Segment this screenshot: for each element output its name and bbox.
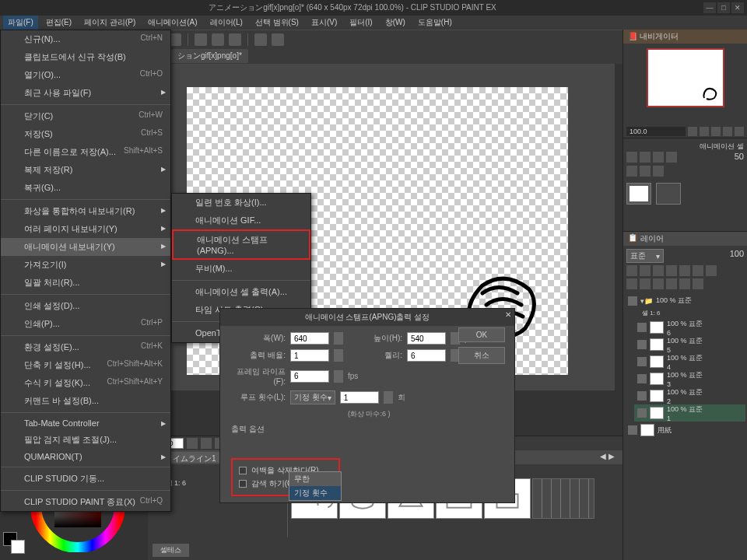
- navigator-thumbnail[interactable]: [647, 48, 724, 107]
- menu-file[interactable]: 파일(F): [3, 16, 38, 30]
- layer-row[interactable]: 100 % 표준4: [634, 353, 745, 370]
- scale-input[interactable]: [290, 349, 329, 362]
- width-input[interactable]: [290, 332, 329, 345]
- menu-edit[interactable]: 편집(E): [41, 16, 76, 30]
- sub-serial[interactable]: 일련 번호 화상(I)...: [172, 194, 310, 212]
- menu-import[interactable]: 가져오기(I): [1, 256, 170, 274]
- loop-count-input[interactable]: [340, 391, 379, 404]
- layer-row[interactable]: 100 % 표준2: [634, 387, 745, 404]
- cel-empty[interactable]: [656, 183, 681, 205]
- loop-opt-fixed[interactable]: 기정 횟수: [289, 486, 341, 500]
- sub-cel[interactable]: 애니메이션 셀 출력(A)...: [172, 283, 310, 301]
- menu-filter[interactable]: 필터(I): [345, 16, 377, 30]
- sub-movie[interactable]: 무비(M)...: [172, 260, 310, 278]
- menu-export-merge[interactable]: 화상을 통합하여 내보내기(R): [1, 202, 170, 220]
- tl-first-icon[interactable]: [187, 438, 198, 449]
- tool-grid-icon[interactable]: [229, 33, 241, 46]
- layer-row[interactable]: 100 % 표준5: [634, 336, 745, 353]
- layer-row[interactable]: 100 % 표준6: [634, 319, 745, 336]
- framerate-spinner[interactable]: [334, 370, 343, 383]
- layer-icon[interactable]: [693, 278, 703, 289]
- tl-prev-icon[interactable]: [201, 438, 212, 449]
- layer-icon[interactable]: [706, 265, 717, 276]
- menu-batch[interactable]: 일괄 처리(R)...: [1, 274, 170, 292]
- menu-exit[interactable]: CLIP STUDIO PAINT 종료(X)Ctrl+Q: [1, 493, 170, 511]
- loop-opt-infinite[interactable]: 무한: [289, 472, 341, 486]
- maximize-button[interactable]: □: [717, 2, 730, 13]
- anim-tool-icon[interactable]: [626, 152, 637, 163]
- layer-row[interactable]: 100 % 표준3: [634, 370, 745, 387]
- menu-tabmate[interactable]: Tab-Mate Controller: [1, 415, 170, 431]
- menu-close[interactable]: 닫기(C)Ctrl+W: [1, 107, 170, 125]
- ok-button[interactable]: OK: [458, 327, 505, 342]
- anim-icon[interactable]: [640, 166, 651, 177]
- layer-icon[interactable]: [679, 265, 690, 276]
- cel-thumbnail[interactable]: [626, 183, 651, 205]
- zoom-fit-icon[interactable]: [711, 127, 721, 136]
- sub-gif[interactable]: 애니메이션 GIF...: [172, 212, 310, 229]
- zoom-out-icon[interactable]: [688, 127, 697, 136]
- layer-icon[interactable]: [653, 278, 664, 289]
- width-spinner[interactable]: [334, 332, 343, 345]
- anim-tool-icon[interactable]: [666, 152, 677, 163]
- layer-icon[interactable]: [679, 278, 690, 289]
- anim-tool-icon[interactable]: [640, 152, 651, 163]
- menu-pref[interactable]: 환경 설정(E)...Ctrl+K: [1, 338, 170, 356]
- tool-snap-icon[interactable]: [212, 33, 224, 46]
- menu-page[interactable]: 페이지 관리(P): [79, 16, 140, 30]
- layer-icon[interactable]: [640, 265, 651, 276]
- anim-tool-icon[interactable]: [653, 152, 664, 163]
- layer-icon[interactable]: [626, 278, 637, 289]
- menu-new[interactable]: 신규(N)...Ctrl+N: [1, 30, 170, 48]
- menu-csstart[interactable]: CLIP STUDIO 기동...: [1, 470, 170, 488]
- dialog-close-icon[interactable]: ✕: [505, 310, 511, 319]
- layer-icon[interactable]: [626, 265, 637, 276]
- zoom-value[interactable]: 100.0: [626, 127, 686, 136]
- anim-icon[interactable]: [653, 166, 664, 177]
- loop-dropdown[interactable]: 기정 횟수▾: [290, 390, 335, 404]
- layer-paper[interactable]: 用紙: [625, 422, 745, 439]
- menu-savedup[interactable]: 복제 저장(R): [1, 161, 170, 179]
- menu-layer[interactable]: 레이어(L): [205, 16, 247, 30]
- tool-help-icon[interactable]: [272, 33, 284, 46]
- quality-input[interactable]: [407, 349, 446, 362]
- menu-new-clip[interactable]: 클립보드에서 신규 작성(B): [1, 48, 170, 66]
- menu-film[interactable]: 필압 검지 레벨 조절(J)...: [1, 431, 170, 449]
- scale-spinner[interactable]: [334, 349, 343, 362]
- height-input[interactable]: [407, 332, 446, 345]
- layer-icon[interactable]: [693, 265, 703, 276]
- menu-select[interactable]: 선택 범위(S): [251, 16, 303, 30]
- menu-view[interactable]: 표시(V): [307, 16, 342, 30]
- menu-shortcut[interactable]: 단축 키 설정(H)...Ctrl+Shift+Alt+K: [1, 356, 170, 374]
- layer-icon[interactable]: [666, 265, 677, 276]
- menu-export-multi[interactable]: 여러 페이지 내보내기(Y): [1, 220, 170, 238]
- menu-open[interactable]: 열기(O)...Ctrl+O: [1, 66, 170, 84]
- sub-apng[interactable]: 애니메이션 스탬프(APNG)...: [172, 229, 310, 260]
- loop-spinner[interactable]: [384, 391, 393, 404]
- bg-color-swatch[interactable]: [11, 540, 25, 554]
- anim-icon[interactable]: [626, 166, 637, 177]
- zoom-in-icon[interactable]: [700, 127, 709, 136]
- tool-ruler-icon[interactable]: [195, 33, 207, 46]
- menu-save[interactable]: 저장(S)Ctrl+S: [1, 125, 170, 143]
- menu-saveas[interactable]: 다른 이름으로 저장(A)...Shift+Alt+S: [1, 143, 170, 161]
- opacity-value[interactable]: 100: [730, 249, 744, 263]
- menu-modkey[interactable]: 수식 키 설정(K)...Ctrl+Shift+Alt+Y: [1, 374, 170, 392]
- layer-folder[interactable]: ▾📁100 % 표준: [625, 294, 745, 307]
- layer-icon[interactable]: [640, 278, 651, 289]
- menu-cmdbar[interactable]: 커맨드 바 설정(B)...: [1, 392, 170, 410]
- menu-help[interactable]: 도움말(H): [413, 16, 457, 30]
- framerate-input[interactable]: [290, 370, 329, 383]
- flip-icon[interactable]: [735, 127, 744, 136]
- menu-quma[interactable]: QUMARION(T): [1, 449, 170, 464]
- frame-group[interactable]: [532, 478, 594, 519]
- blend-mode-dropdown[interactable]: 표준▾: [626, 249, 664, 263]
- menu-print-set[interactable]: 인쇄 설정(D)...: [1, 297, 170, 315]
- rotate-icon[interactable]: [723, 127, 732, 136]
- layer-icon[interactable]: [653, 265, 664, 276]
- menu-export-anim[interactable]: 애니메이션 내보내기(Y): [1, 238, 170, 256]
- layer-row[interactable]: 100 % 표준1: [634, 404, 745, 422]
- cancel-button[interactable]: 취소: [458, 347, 505, 364]
- menu-revert[interactable]: 복귀(G)...: [1, 179, 170, 197]
- close-button[interactable]: ✕: [731, 2, 744, 13]
